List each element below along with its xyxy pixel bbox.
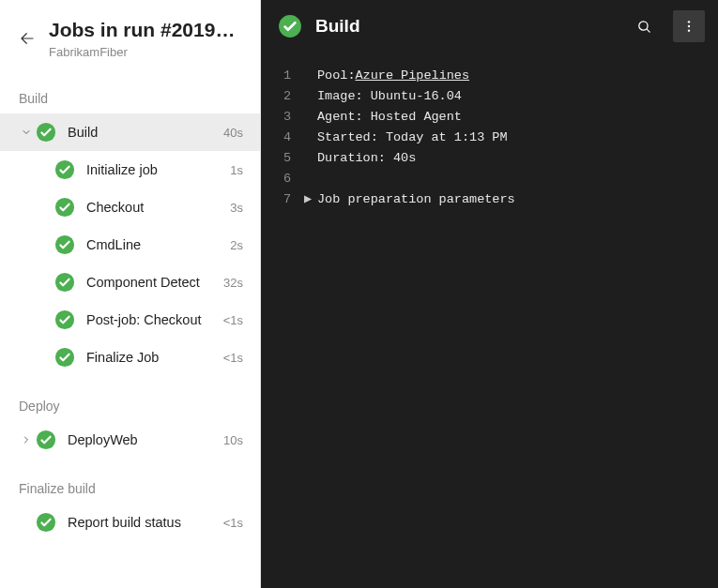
line-number: 2: [261, 86, 304, 107]
line-number: 7: [261, 189, 304, 210]
chevron-right-icon[interactable]: [17, 434, 36, 445]
step-label: Post-job: Checkout: [86, 312, 218, 327]
arrow-left-icon: [19, 30, 36, 47]
status-success-icon: [54, 272, 75, 293]
log-line: 2 Image: Ubuntu-16.04: [261, 86, 718, 107]
log-line: 5 Duration: 40s: [261, 148, 718, 169]
log-line: 7 ▶Job preparation parameters: [261, 189, 718, 210]
job-duration: <1s: [218, 516, 260, 530]
status-success-icon: [278, 14, 302, 38]
job-row-report[interactable]: Report build status <1s: [0, 504, 260, 541]
step-row[interactable]: Component Detect 32s: [0, 264, 260, 301]
status-success-icon: [36, 122, 56, 143]
stage-label: Build: [0, 68, 260, 113]
line-number: 6: [261, 169, 304, 189]
step-duration: 3s: [224, 201, 260, 215]
pool-link[interactable]: Azure Pipelines: [356, 66, 470, 86]
job-duration: 10s: [218, 433, 260, 447]
step-row[interactable]: Initialize job 1s: [0, 151, 260, 188]
back-button[interactable]: [19, 19, 36, 54]
fold-caret-icon[interactable]: ▶: [304, 189, 317, 210]
step-row[interactable]: CmdLine 2s: [0, 226, 260, 264]
log-fold-label[interactable]: Job preparation parameters: [317, 189, 515, 210]
jobs-panel: Jobs in run #20191… FabrikamFiber Build …: [0, 0, 261, 588]
svg-point-12: [688, 25, 690, 27]
status-success-icon: [54, 159, 75, 180]
step-label: Component Detect: [86, 275, 218, 290]
step-label: CmdLine: [86, 237, 224, 252]
log-line: 1 Pool: Azure Pipelines: [261, 66, 718, 86]
job-duration: 40s: [218, 126, 260, 140]
job-label: Report build status: [68, 515, 218, 530]
page-title: Jobs in run #20191…: [49, 19, 241, 41]
status-success-icon: [54, 309, 75, 330]
line-number: 3: [261, 107, 304, 128]
chevron-down-icon[interactable]: [17, 127, 36, 138]
svg-point-13: [688, 29, 690, 31]
stage-label: Finalize build: [0, 459, 260, 504]
log-line: 6: [261, 169, 718, 189]
more-actions-button[interactable]: [673, 10, 705, 42]
job-label: DeployWeb: [68, 432, 218, 447]
panel-header: Jobs in run #20191… FabrikamFiber: [0, 0, 260, 68]
log-line: 4 Started: Today at 1:13 PM: [261, 128, 718, 148]
job-label: Build: [68, 125, 218, 140]
status-success-icon: [54, 197, 75, 218]
step-duration: <1s: [218, 313, 260, 327]
step-duration: 1s: [224, 163, 260, 177]
step-label: Checkout: [86, 200, 224, 215]
log-header: Build: [261, 0, 718, 53]
search-button[interactable]: [628, 10, 660, 42]
log-line: 3 Agent: Hosted Agent: [261, 107, 718, 128]
more-vertical-icon: [681, 19, 696, 34]
line-number: 1: [261, 66, 304, 86]
svg-point-11: [688, 21, 690, 23]
step-duration: 32s: [218, 276, 260, 290]
step-duration: <1s: [218, 351, 260, 365]
status-success-icon: [36, 512, 56, 533]
status-success-icon: [36, 430, 56, 450]
step-duration: 2s: [224, 238, 260, 252]
step-row[interactable]: Checkout 3s: [0, 188, 260, 226]
status-success-icon: [54, 347, 75, 368]
project-name: FabrikamFiber: [49, 45, 241, 59]
line-number: 5: [261, 148, 304, 169]
step-label: Finalize Job: [86, 350, 218, 365]
step-row[interactable]: Finalize Job <1s: [0, 339, 260, 376]
log-body[interactable]: 1 Pool: Azure Pipelines 2 Image: Ubuntu-…: [261, 53, 718, 210]
step-label: Initialize job: [86, 162, 224, 177]
job-row-deployweb[interactable]: DeployWeb 10s: [0, 421, 260, 459]
svg-point-10: [638, 21, 647, 29]
line-number: 4: [261, 128, 304, 148]
job-title: Build: [315, 16, 615, 37]
search-icon: [636, 19, 652, 35]
stage-label: Deploy: [0, 376, 260, 421]
job-row-build[interactable]: Build 40s: [0, 113, 260, 151]
status-success-icon: [54, 234, 75, 255]
log-panel: Build 1 Pool: Azure Pipelines 2 Image: U…: [261, 0, 718, 588]
step-row[interactable]: Post-job: Checkout <1s: [0, 301, 260, 339]
